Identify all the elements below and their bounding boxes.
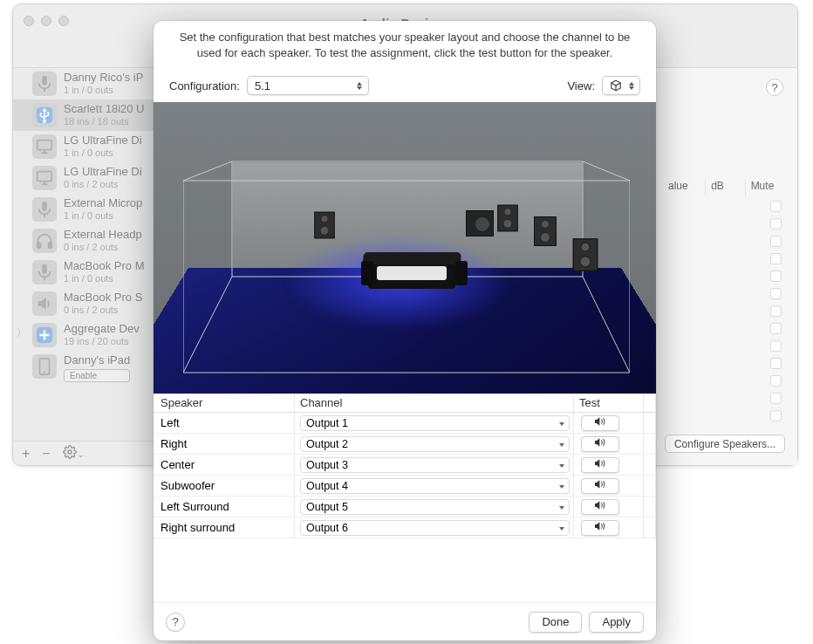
channel-select[interactable]: Output 2 (300, 436, 570, 452)
channel-value: Output 2 (306, 438, 348, 450)
configuration-value: 5.1 (255, 79, 270, 92)
channel-value: Output 1 (306, 417, 348, 429)
channel-select[interactable]: Output 1 (300, 415, 570, 431)
configuration-label: Configuration: (169, 79, 240, 92)
test-speaker-button[interactable] (581, 499, 619, 515)
chevron-updown-icon (625, 79, 638, 92)
channel-select[interactable]: Output 3 (300, 457, 570, 473)
sound-icon (593, 416, 607, 429)
configure-speakers-sheet: Set the configuration that best matches … (154, 21, 656, 641)
speaker-name: Subwoofer (154, 476, 295, 496)
speaker-name: Right (154, 434, 295, 454)
svg-line-27 (183, 161, 232, 181)
table-row: Right Output 2 (154, 434, 656, 455)
column-speaker: Speaker (154, 394, 295, 412)
speaker-center[interactable] (497, 205, 517, 232)
svg-line-28 (583, 161, 630, 181)
sheet-description: Set the configuration that best matches … (169, 30, 640, 60)
table-row: Center Output 3 (154, 455, 656, 476)
table-row: Left Output 1 (154, 413, 656, 434)
sound-icon (593, 437, 607, 450)
speaker-channel-table: Speaker Channel Test Left Output 1 Right… (154, 394, 656, 602)
sound-icon (593, 479, 607, 492)
table-row: Subwoofer Output 4 (154, 476, 656, 497)
channel-select[interactable]: Output 6 (300, 520, 570, 536)
svg-line-29 (183, 277, 232, 373)
channel-value: Output 5 (306, 501, 348, 513)
svg-line-30 (583, 277, 630, 373)
apply-button[interactable]: Apply (589, 612, 644, 633)
speaker-right-front[interactable] (534, 216, 557, 246)
configuration-select[interactable]: 5.1 (247, 76, 369, 95)
test-speaker-button[interactable] (581, 478, 619, 494)
subwoofer[interactable] (466, 210, 494, 236)
speaker-name: Right surround (154, 517, 295, 538)
listening-position-icon (363, 249, 464, 298)
done-button[interactable]: Done (529, 612, 582, 633)
test-speaker-button[interactable] (581, 436, 619, 452)
sound-icon (593, 500, 607, 513)
test-speaker-button[interactable] (581, 520, 619, 536)
speaker-name: Left (154, 413, 295, 433)
channel-value: Output 4 (306, 480, 348, 492)
table-row: Left Surround Output 5 (154, 497, 656, 517)
sound-icon (593, 458, 607, 471)
cube-icon (610, 79, 622, 92)
column-test: Test (574, 394, 644, 412)
view-select[interactable] (602, 76, 640, 95)
channel-select[interactable]: Output 4 (300, 478, 570, 494)
sheet-help-button[interactable]: ? (166, 613, 185, 632)
sound-icon (593, 521, 607, 534)
chevron-updown-icon (353, 79, 366, 92)
channel-value: Output 3 (306, 459, 348, 471)
speaker-name: Left Surround (154, 497, 295, 517)
speaker-layout-3d-view[interactable] (154, 102, 656, 394)
test-speaker-button[interactable] (581, 457, 619, 473)
test-speaker-button[interactable] (581, 415, 619, 431)
speaker-left-front[interactable] (314, 212, 334, 239)
channel-select[interactable]: Output 5 (300, 499, 570, 515)
column-channel: Channel (295, 394, 574, 412)
table-row: Right surround Output 6 (154, 517, 656, 538)
channel-value: Output 6 (306, 522, 348, 534)
speaker-name: Center (154, 455, 295, 475)
view-label: View: (567, 79, 595, 92)
speaker-right-surround[interactable] (573, 238, 598, 271)
